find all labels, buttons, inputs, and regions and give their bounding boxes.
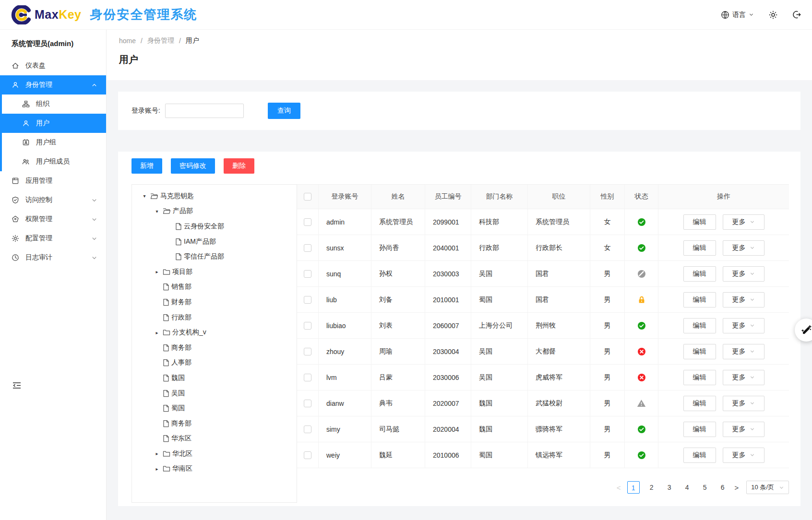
row-checkbox[interactable]: [304, 451, 311, 459]
tree-node[interactable]: 财务部: [132, 295, 297, 310]
page-size-select[interactable]: 10 条/页: [746, 481, 789, 494]
delete-button[interactable]: 删除: [224, 158, 254, 174]
select-all-checkbox[interactable]: [304, 193, 311, 201]
page-button-6[interactable]: 6: [717, 481, 728, 494]
edit-button[interactable]: 编辑: [683, 344, 716, 359]
row-checkbox[interactable]: [304, 244, 311, 252]
breadcrumb-item[interactable]: home: [119, 37, 136, 45]
row-checkbox[interactable]: [304, 296, 311, 304]
tree-node[interactable]: ▸ 项目部: [132, 264, 297, 280]
sidebar-item-dashboard[interactable]: 仪表盘: [0, 56, 106, 75]
cell-account: sunsx: [318, 235, 371, 260]
tree-node[interactable]: 人事部: [132, 355, 297, 371]
language-menu[interactable]: 语言: [721, 11, 754, 19]
tree-node[interactable]: 行政部: [132, 310, 297, 325]
next-page-button[interactable]: >: [735, 484, 739, 492]
tree-node[interactable]: 商务部: [132, 416, 297, 431]
cell-position: 武猛校尉: [527, 390, 590, 416]
edit-button[interactable]: 编辑: [683, 370, 716, 385]
sidebar-item-user-group[interactable]: 用户组: [2, 133, 106, 152]
tree-node[interactable]: IAM产品部: [132, 234, 297, 249]
edit-button[interactable]: 编辑: [683, 422, 716, 437]
logout-icon[interactable]: [792, 10, 801, 19]
tree-node[interactable]: ▾ 马克思钥匙: [132, 189, 297, 204]
row-checkbox[interactable]: [304, 374, 311, 381]
more-button[interactable]: 更多: [723, 396, 764, 411]
breadcrumb-separator: /: [141, 37, 143, 45]
doc-icon: [163, 374, 169, 382]
page-button-4[interactable]: 4: [681, 481, 693, 494]
tree-caret-closed[interactable]: ▸: [151, 269, 163, 274]
sidebar-item-organization[interactable]: 组织: [2, 95, 106, 114]
edit-button[interactable]: 编辑: [683, 448, 716, 463]
edit-button[interactable]: 编辑: [683, 266, 716, 282]
login-account-input[interactable]: [165, 104, 244, 118]
sidebar-item-access-control[interactable]: 访问控制: [0, 190, 106, 210]
more-button[interactable]: 更多: [723, 422, 764, 437]
tree-node[interactable]: 销售部: [132, 280, 297, 295]
more-button[interactable]: 更多: [723, 318, 764, 333]
tree-node[interactable]: 商务部: [132, 340, 297, 355]
edit-button[interactable]: 编辑: [683, 214, 716, 230]
edit-button[interactable]: 编辑: [683, 396, 716, 411]
row-checkbox[interactable]: [304, 322, 311, 330]
tree-node[interactable]: ▸ 分支机构_v: [132, 325, 297, 340]
tree-node[interactable]: 云身份安全部: [132, 219, 297, 234]
more-button[interactable]: 更多: [723, 214, 764, 230]
query-button[interactable]: 查询: [268, 103, 300, 119]
add-button[interactable]: 新增: [131, 158, 162, 174]
tree-node[interactable]: 吴国: [132, 386, 297, 401]
settings-gear-icon[interactable]: [768, 10, 778, 20]
prev-page-button[interactable]: <: [617, 484, 621, 492]
tree-node[interactable]: ▸ 华南区: [132, 461, 297, 477]
more-button[interactable]: 更多: [723, 448, 764, 463]
cell-employee-id: 2010006: [425, 442, 471, 468]
row-checkbox[interactable]: [304, 400, 311, 407]
tree-node[interactable]: 蜀国: [132, 401, 297, 416]
sidebar-item-permission[interactable]: 权限管理: [0, 210, 106, 229]
doc-icon: [163, 298, 169, 306]
tree-caret-closed[interactable]: ▸: [151, 330, 163, 335]
table-row: liubiao刘表2060007上海分公司荆州牧男 编辑 更多: [297, 313, 789, 339]
page-button-5[interactable]: 5: [699, 481, 711, 494]
tree-node[interactable]: 华东区: [132, 431, 297, 447]
tree-node[interactable]: ▸ 华北区: [132, 446, 297, 461]
doc-icon: [163, 404, 169, 412]
sidebar-item-audit[interactable]: 日志审计: [0, 248, 106, 267]
change-password-button[interactable]: 密码修改: [171, 158, 215, 174]
tree-caret-closed[interactable]: ▸: [151, 466, 163, 472]
row-checkbox[interactable]: [304, 425, 311, 433]
tree-caret-open[interactable]: ▾: [151, 209, 163, 214]
tree-caret-closed[interactable]: ▸: [151, 451, 163, 456]
sidebar-item-identity[interactable]: 身份管理: [0, 75, 106, 95]
breadcrumb-item[interactable]: 身份管理: [147, 36, 174, 45]
more-button[interactable]: 更多: [723, 370, 764, 385]
doc-icon: [163, 283, 169, 291]
sidebar-collapse-icon[interactable]: [12, 382, 21, 389]
cell-department: 科技部: [471, 209, 527, 235]
row-checkbox[interactable]: [304, 348, 311, 355]
tree-caret-open[interactable]: ▾: [139, 193, 150, 199]
row-checkbox[interactable]: [304, 270, 311, 278]
sidebar-item-user-group-member[interactable]: 用户组成员: [2, 152, 106, 171]
cell-name: 刘表: [371, 313, 425, 338]
more-button[interactable]: 更多: [723, 240, 764, 256]
page-button-1[interactable]: 1: [627, 481, 640, 494]
tree-node[interactable]: 零信任产品部: [132, 249, 297, 264]
edit-button[interactable]: 编辑: [683, 318, 716, 333]
sidebar-item-configuration[interactable]: 配置管理: [0, 229, 106, 248]
more-button[interactable]: 更多: [723, 266, 764, 282]
more-button[interactable]: 更多: [723, 344, 764, 359]
sidebar-item-app-management[interactable]: 应用管理: [0, 171, 106, 190]
edit-button[interactable]: 编辑: [683, 240, 716, 256]
tree-node[interactable]: ▾ 产品部: [132, 204, 297, 219]
more-button[interactable]: 更多: [723, 292, 764, 307]
cell-account: sunq: [318, 261, 371, 286]
row-checkbox[interactable]: [304, 218, 311, 226]
cell-position: 骠骑将军: [527, 416, 590, 442]
page-button-2[interactable]: 2: [646, 481, 657, 494]
sidebar-item-user[interactable]: 用户: [2, 114, 106, 133]
page-button-3[interactable]: 3: [664, 481, 675, 494]
tree-node[interactable]: 魏国: [132, 370, 297, 386]
edit-button[interactable]: 编辑: [683, 292, 716, 307]
